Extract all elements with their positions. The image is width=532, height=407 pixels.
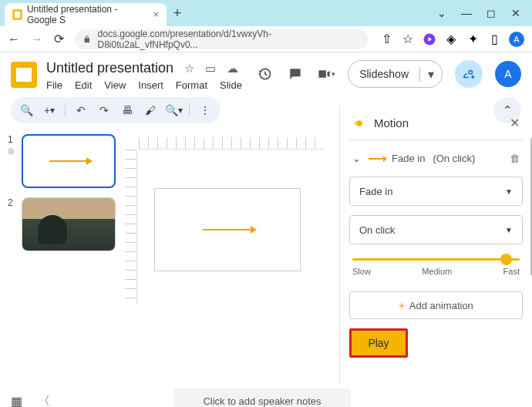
lock-icon: [82, 35, 92, 44]
trigger-value: On click: [359, 224, 395, 236]
slide-thumb-2[interactable]: [22, 197, 116, 251]
new-slide-button[interactable]: + ▾: [42, 104, 57, 116]
arrow-icon: [49, 160, 88, 162]
doc-title[interactable]: Untitled presentation: [46, 60, 173, 76]
speed-medium-label: Medium: [422, 267, 452, 276]
star-outline-icon[interactable]: ☆: [184, 62, 194, 76]
folder-move-icon[interactable]: ▭: [205, 62, 216, 76]
animation-indicator-icon: ◎: [8, 146, 17, 155]
diamond-icon[interactable]: ◈: [444, 32, 458, 46]
menu-insert[interactable]: Insert: [138, 79, 163, 91]
panel-title: Motion: [374, 116, 409, 130]
tab-close-icon[interactable]: ×: [153, 9, 159, 20]
minimize-icon[interactable]: —: [461, 7, 472, 19]
menu-slide[interactable]: Slide: [220, 79, 242, 91]
slide-thumbnails: 1 ◎ 2: [0, 130, 123, 384]
star-icon[interactable]: ☆: [401, 32, 415, 46]
chevron-down-icon[interactable]: ⌄: [436, 7, 447, 19]
thumb-number: 1: [8, 134, 17, 145]
speed-slider[interactable]: [352, 258, 520, 261]
play-circle-icon[interactable]: [423, 32, 436, 46]
add-animation-label: Add animation: [409, 300, 473, 311]
slideshow-label: Slideshow: [348, 68, 419, 80]
comment-icon[interactable]: [286, 65, 305, 83]
shield-icon[interactable]: ▯: [487, 32, 501, 46]
caret-down-icon: ▼: [505, 187, 513, 196]
plus-icon: +: [399, 300, 405, 311]
motion-icon: [352, 116, 366, 130]
cloud-status-icon[interactable]: ☁: [227, 62, 238, 76]
play-button[interactable]: Play: [349, 328, 408, 358]
add-animation-button[interactable]: + Add animation: [349, 291, 523, 319]
maximize-icon[interactable]: ◻: [486, 7, 497, 19]
slide-canvas[interactable]: [154, 188, 301, 271]
zoom-button[interactable]: 🔍▾: [166, 104, 181, 116]
share-icon[interactable]: ⇧: [379, 32, 393, 46]
grid-view-button[interactable]: ▦: [11, 394, 22, 408]
thumb-number: 2: [8, 197, 17, 251]
vertical-ruler: [125, 150, 137, 304]
svg-point-3: [354, 121, 358, 125]
effect-value: Fade in: [359, 186, 392, 197]
trash-icon[interactable]: 🗑: [510, 153, 520, 164]
effect-select[interactable]: Fade in ▼: [349, 177, 523, 206]
profile-avatar[interactable]: A: [509, 32, 524, 47]
share-button[interactable]: [455, 60, 483, 88]
slides-logo[interactable]: [11, 62, 37, 88]
animation-trigger: (On click): [433, 153, 475, 164]
new-tab-button[interactable]: +: [167, 2, 188, 24]
play-label: Play: [368, 337, 389, 349]
slideshow-dropdown[interactable]: ▾: [419, 67, 442, 82]
prev-slide-button[interactable]: 〈: [38, 393, 50, 408]
slide-thumb-1[interactable]: [22, 134, 116, 188]
menu-view[interactable]: View: [104, 79, 126, 91]
tab-title: Untitled presentation - Google S: [27, 4, 149, 25]
redo-button[interactable]: ↷: [96, 104, 112, 116]
caret-down-icon: ▼: [505, 226, 513, 234]
paint-format-button[interactable]: 🖌: [143, 104, 158, 116]
puzzle-icon[interactable]: ✦: [466, 32, 480, 46]
chevron-down-icon[interactable]: ⌄: [352, 153, 361, 164]
menu-edit[interactable]: Edit: [75, 79, 92, 91]
url-text: docs.google.com/presentation/d/1vwxyVh-D…: [98, 29, 361, 50]
motion-panel: Motion ✕ ⌄ Fade in (On click) 🗑 Fade in …: [339, 106, 532, 384]
more-tools-button[interactable]: ⋮: [197, 104, 213, 116]
account-avatar[interactable]: A: [495, 61, 521, 87]
undo-button[interactable]: ↶: [73, 104, 89, 116]
video-call-icon[interactable]: ▾: [317, 65, 335, 83]
search-icon[interactable]: 🔍: [19, 104, 34, 116]
thumb-photo: [22, 198, 115, 251]
slideshow-button[interactable]: Slideshow ▾: [348, 60, 443, 88]
print-button[interactable]: 🖶: [120, 104, 135, 116]
animation-name: Fade in: [392, 153, 425, 164]
menu-file[interactable]: File: [46, 79, 62, 91]
arrow-shape[interactable]: [203, 229, 252, 230]
speed-slow-label: Slow: [352, 267, 371, 276]
history-icon[interactable]: [255, 65, 274, 83]
notes-placeholder: Click to add speaker notes: [203, 395, 321, 407]
browser-tab[interactable]: Untitled presentation - Google S ×: [5, 3, 167, 26]
forward-button[interactable]: →: [31, 32, 43, 46]
close-window-icon[interactable]: ✕: [510, 7, 521, 19]
slides-favicon: [12, 9, 22, 20]
speed-fast-label: Fast: [503, 267, 520, 276]
close-panel-button[interactable]: ✕: [510, 116, 520, 130]
speaker-notes[interactable]: Click to add speaker notes: [173, 388, 351, 407]
reload-button[interactable]: ⟳: [54, 32, 64, 46]
address-bar[interactable]: docs.google.com/presentation/d/1vwxyVh-D…: [75, 29, 369, 49]
arrow-icon: [369, 158, 384, 160]
back-button[interactable]: ←: [8, 32, 20, 46]
menu-format[interactable]: Format: [176, 79, 207, 91]
trigger-select[interactable]: On click ▼: [349, 215, 523, 244]
horizontal-ruler: [139, 137, 324, 150]
